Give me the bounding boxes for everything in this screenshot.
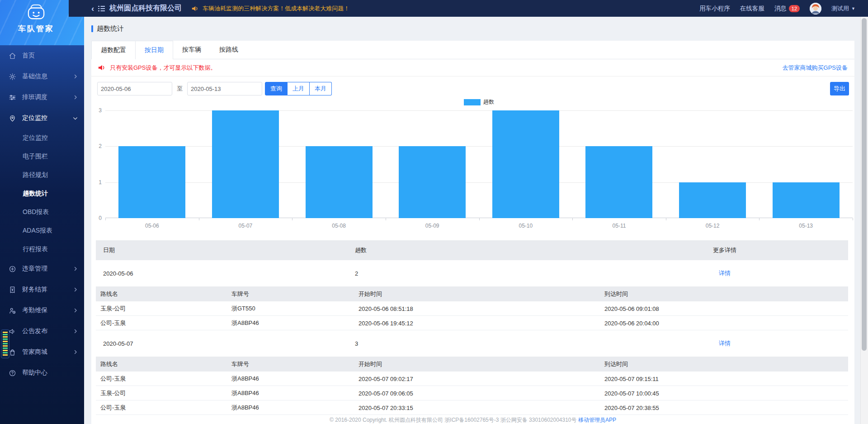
sidebar-item-help-center[interactable]: 帮助中心: [0, 362, 84, 383]
trip-row: 公司-玉泉浙A8BP462020-05-06 19:45:122020-05-0…: [96, 316, 848, 330]
chevron-right-icon: [73, 95, 78, 100]
sidebar-subitem-obd-report[interactable]: OBD报表: [0, 203, 84, 221]
y-axis-tick-label: 3: [90, 107, 102, 114]
trip-arrive-time: 2020-05-07 20:38:55: [604, 404, 659, 411]
sidebar-item-attendance-maintenance[interactable]: 考勤维保: [0, 300, 84, 321]
sidebar-subitem-trip-statistics[interactable]: 趟数统计: [0, 184, 84, 203]
x-axis-tick-label: 05-13: [759, 223, 853, 229]
sidebar-item-violation-management[interactable]: 违章管理: [0, 258, 84, 279]
x-axis-tick-label: 05-06: [105, 223, 199, 229]
tab-by-route[interactable]: 按路线: [210, 41, 247, 59]
export-button[interactable]: 导出: [830, 82, 849, 95]
shopping-bag-icon: [9, 348, 16, 356]
x-axis-tick: [853, 218, 853, 220]
sub-table-header: 路线名车牌号开始时间到达时间: [96, 286, 848, 301]
chevron-right-icon: [73, 349, 78, 355]
trip-arrive-time: 2020-05-06 09:01:08: [604, 305, 659, 312]
chevron-right-icon: [73, 308, 78, 313]
sidebar-item-announcement-publish[interactable]: 公告发布: [0, 321, 84, 342]
user-avatar[interactable]: [810, 3, 821, 14]
buy-gps-link[interactable]: 去管家商城购买GPS设备: [783, 64, 848, 72]
chart-bar: [306, 146, 373, 218]
prev-month-button[interactable]: 上月: [288, 82, 310, 95]
x-axis-tick: [292, 218, 292, 220]
sidebar-item-label: 违章管理: [22, 265, 47, 273]
company-name[interactable]: 杭州圆点科技有限公司: [109, 4, 182, 13]
sidebar-item-finance-settlement[interactable]: 财务结算: [0, 279, 84, 300]
sidebar-item-label: 管家商城: [22, 348, 47, 356]
mobile-admin-app-link[interactable]: 移动管理员APP: [578, 417, 616, 423]
sidebar-item-home[interactable]: 首页: [0, 45, 84, 66]
x-axis-tick: [572, 218, 573, 220]
trip-row: 玉泉-公司浙GT5502020-05-06 08:51:182020-05-06…: [96, 301, 848, 316]
collapse-back-icon[interactable]: ‹: [91, 4, 94, 14]
trip-arrive-time: 2020-05-07 10:00:45: [604, 390, 659, 396]
group-trip-count: 3: [355, 340, 358, 347]
trip-start-time: 2020-05-07 20:33:15: [359, 404, 413, 411]
sidebar-subitem-location-monitor[interactable]: 定位监控: [0, 129, 84, 147]
sidebar-item-label: 首页: [22, 52, 35, 60]
legend-label: 趟数: [483, 98, 494, 106]
mini-program-link[interactable]: 用车小程序: [699, 5, 730, 13]
menu-list-icon[interactable]: [98, 5, 105, 12]
tab-by-date[interactable]: 按日期: [135, 41, 173, 59]
date-from-input[interactable]: [97, 82, 172, 95]
scrollbar-thumb[interactable]: [862, 18, 867, 351]
x-axis-tick-label: 05-08: [292, 223, 386, 229]
chart-bar: [679, 182, 746, 218]
gps-warning-text: 只有安装GPS设备，才可显示以下数据。: [110, 64, 216, 72]
this-month-button[interactable]: 本月: [310, 82, 332, 95]
trip-arrive-time: 2020-05-07 09:15:11: [604, 375, 659, 382]
y-axis-tick-label: 0: [90, 215, 102, 221]
x-axis-tick-label: 05-09: [386, 223, 479, 229]
date-to-input[interactable]: [187, 82, 262, 95]
sidebar-item-label: 定位监控: [22, 114, 47, 122]
trip-plate: 浙A8BP46: [231, 389, 259, 397]
sidebar-item-scheduling[interactable]: 排班调度: [0, 87, 84, 108]
sub-header-arrive-time: 到达时间: [604, 290, 628, 298]
user-menu[interactable]: 测试用 ▼: [831, 5, 855, 13]
trips-bar-chart: 012305-0605-0705-0805-0905-1005-1105-120…: [105, 110, 853, 218]
sidebar-item-label: 公告发布: [22, 327, 47, 335]
sidebar-item-label: 排班调度: [22, 93, 47, 101]
x-axis-tick: [759, 218, 760, 220]
sidebar-subitem-geo-fence[interactable]: 电子围栏: [0, 147, 84, 166]
finance-icon: [9, 286, 16, 294]
query-button[interactable]: 查询: [265, 82, 288, 95]
sub-header-start-time: 开始时间: [359, 290, 382, 298]
sidebar-subitem-adas-report[interactable]: ADAS报表: [0, 221, 84, 240]
trip-start-time: 2020-05-07 09:06:05: [359, 390, 413, 396]
side-floating-widget[interactable]: [1, 329, 9, 358]
trip-route: 玉泉-公司: [100, 305, 126, 313]
x-axis-tick: [199, 218, 199, 220]
gps-warning-row: 只有安装GPS设备，才可显示以下数据。 去管家商城购买GPS设备: [91, 59, 854, 76]
sub-header-plate: 车牌号: [231, 360, 249, 368]
online-service-link[interactable]: 在线客服: [740, 5, 764, 13]
x-axis-tick-label: 05-07: [199, 223, 292, 229]
trip-arrive-time: 2020-05-06 20:04:00: [604, 319, 659, 326]
sidebar-item-label: 基础信息: [22, 72, 47, 81]
y-axis-tick-label: 1: [90, 179, 102, 186]
tab-trip-config[interactable]: 趟数配置: [92, 41, 135, 59]
chart-bar: [118, 146, 185, 218]
fleet-car-logo-icon: [26, 4, 47, 21]
x-axis-tick-label: 05-12: [666, 223, 760, 229]
breadcrumb: 趟数统计: [91, 24, 124, 33]
sidebar-item-basic-info[interactable]: 基础信息: [0, 66, 84, 87]
tab-by-vehicle[interactable]: 按车辆: [173, 41, 210, 59]
detail-link[interactable]: 详情: [695, 269, 754, 277]
header-date: 日期: [103, 246, 115, 254]
chart-bar: [399, 146, 466, 218]
header-count: 趟数: [355, 246, 367, 254]
sidebar-item-location-monitoring[interactable]: 定位监控: [0, 108, 84, 129]
sidebar-item-manager-mall[interactable]: 管家商城: [0, 342, 84, 362]
trip-start-time: 2020-05-06 08:51:18: [359, 305, 413, 312]
detail-link[interactable]: 详情: [695, 339, 754, 348]
chart-legend: 趟数: [105, 98, 853, 106]
group-date: 2020-05-07: [103, 340, 133, 347]
announcement-speaker-icon: [192, 5, 199, 12]
sub-header-arrive-time: 到达时间: [604, 360, 628, 368]
messages-link[interactable]: 消息 12: [774, 5, 800, 13]
sidebar-subitem-trip-report[interactable]: 行程报表: [0, 240, 84, 258]
sidebar-subitem-route-planning[interactable]: 路径规划: [0, 166, 84, 184]
